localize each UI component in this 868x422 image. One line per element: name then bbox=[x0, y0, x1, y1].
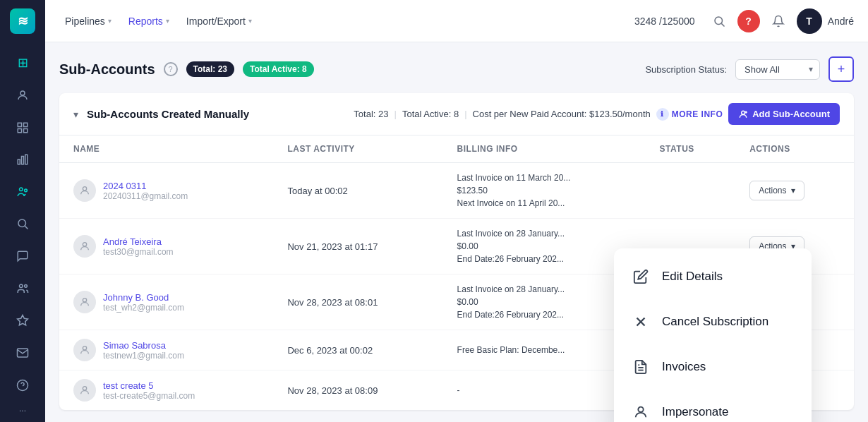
user-avatar[interactable]: T bbox=[797, 8, 822, 34]
main-content: Pipelines ▾ Reports ▾ Import/Export ▾ 32… bbox=[45, 0, 868, 422]
account-name[interactable]: Simao Sabrosa bbox=[103, 340, 184, 351]
credits-display: 3248 /125000 bbox=[634, 16, 695, 27]
col-name: Name bbox=[59, 135, 273, 163]
sidebar-item-dashboard[interactable]: ⊞ bbox=[8, 49, 37, 78]
account-avatar bbox=[73, 235, 96, 258]
add-subaccount-button[interactable]: Add Sub-Account bbox=[728, 103, 840, 125]
svg-point-9 bbox=[25, 189, 28, 192]
edit-details-label: Edit Details bbox=[662, 270, 723, 284]
cancel-icon bbox=[631, 312, 651, 332]
dropdown-cancel-subscription[interactable]: Cancel Subscription bbox=[614, 299, 812, 344]
svg-point-12 bbox=[20, 284, 23, 288]
account-cell: test create 5 test-create5@gmail.com bbox=[73, 379, 259, 402]
col-billing: Billing Info bbox=[443, 135, 646, 163]
account-cell: André Teixeira test30@gmail.com bbox=[73, 235, 259, 258]
svg-point-23 bbox=[83, 243, 86, 246]
cell-name: Johnny B. Good test_wh2@gmail.com bbox=[59, 275, 273, 330]
dropdown-impersonate[interactable]: Impersonate bbox=[614, 390, 812, 422]
account-name[interactable]: test create 5 bbox=[103, 380, 195, 391]
subaccounts-table-card: ▾ Sub-Accounts Created Manually Total: 2… bbox=[59, 93, 854, 410]
cell-last-activity: Nov 28, 2023 at 08:09 bbox=[273, 370, 442, 411]
sidebar-item-chat[interactable] bbox=[8, 242, 37, 270]
sidebar-item-message[interactable] bbox=[8, 339, 37, 367]
actions-dropdown-popup: Edit Details Cancel Subscription Invoice… bbox=[614, 248, 812, 422]
section-meta: Total: 23 | Total Active: 8 | Cost per N… bbox=[354, 103, 840, 125]
svg-marker-14 bbox=[18, 315, 28, 325]
dropdown-invoices[interactable]: Invoices bbox=[614, 344, 812, 390]
svg-line-18 bbox=[721, 23, 724, 26]
account-email: 20240311@gmail.com bbox=[103, 191, 188, 201]
col-actions: Actions bbox=[735, 135, 854, 163]
total-badge: Total: 23 bbox=[186, 61, 234, 77]
add-plus-button[interactable]: + bbox=[828, 56, 854, 82]
cancel-subscription-label: Cancel Subscription bbox=[662, 315, 768, 329]
meta-divider-2: | bbox=[464, 109, 466, 119]
account-email: testnew1@gmail.com bbox=[103, 351, 184, 361]
svg-rect-6 bbox=[22, 157, 24, 164]
account-cell: Simao Sabrosa testnew1@gmail.com bbox=[73, 339, 259, 361]
account-avatar bbox=[73, 339, 96, 361]
sidebar-item-search[interactable] bbox=[8, 210, 37, 239]
subscription-select[interactable]: Show All Active Inactive bbox=[735, 59, 820, 80]
reports-chevron-icon: ▾ bbox=[166, 17, 169, 25]
account-cell: 2024 0311 20240311@gmail.com bbox=[73, 179, 259, 202]
svg-point-31 bbox=[638, 407, 643, 412]
account-name[interactable]: Johnny B. Good bbox=[103, 292, 184, 303]
cell-last-activity: Today at 00:02 bbox=[273, 163, 442, 219]
svg-point-24 bbox=[83, 299, 86, 302]
billing-info: Last Invoice on 11 March 20...$123.50Nex… bbox=[457, 171, 632, 210]
svg-line-11 bbox=[25, 227, 28, 229]
section-collapse-icon[interactable]: ▾ bbox=[73, 109, 78, 120]
billing-info: Last Invoice on 28 January...$0.00End Da… bbox=[457, 283, 632, 321]
help-button[interactable]: ? bbox=[737, 10, 760, 32]
info-circle-icon: ℹ bbox=[656, 108, 669, 121]
dropdown-edit-details[interactable]: Edit Details bbox=[614, 254, 812, 299]
sidebar-item-team[interactable] bbox=[8, 275, 37, 303]
sidebar-more[interactable]: ... bbox=[19, 404, 26, 414]
impersonate-icon bbox=[631, 402, 651, 422]
cell-actions: Actions ▾ bbox=[735, 163, 854, 219]
svg-rect-7 bbox=[25, 155, 28, 164]
section-header: ▾ Sub-Accounts Created Manually Total: 2… bbox=[59, 93, 854, 135]
account-cell: Johnny B. Good test_wh2@gmail.com bbox=[73, 291, 259, 313]
nav-import-export[interactable]: Import/Export ▾ bbox=[181, 11, 258, 31]
sidebar-item-subaccounts[interactable] bbox=[8, 178, 37, 206]
svg-point-10 bbox=[18, 219, 26, 227]
subscription-filter[interactable]: Show All Active Inactive bbox=[735, 59, 820, 80]
svg-point-25 bbox=[83, 346, 86, 350]
sidebar-item-list[interactable] bbox=[8, 114, 37, 142]
col-last-activity: Last Activity bbox=[273, 135, 442, 163]
subscription-status-label: Subscription Status: bbox=[645, 64, 727, 75]
sidebar-item-help[interactable] bbox=[8, 371, 37, 399]
username-label: André bbox=[828, 16, 854, 27]
svg-point-13 bbox=[25, 284, 28, 287]
cell-name: André Teixeira test30@gmail.com bbox=[59, 219, 273, 275]
sidebar-item-star[interactable] bbox=[8, 306, 37, 334]
impersonate-label: Impersonate bbox=[662, 405, 729, 419]
svg-point-17 bbox=[715, 17, 723, 25]
sidebar: ≋ ⊞ ... bbox=[0, 0, 45, 422]
invoices-label: Invoices bbox=[662, 360, 706, 374]
actions-button[interactable]: Actions ▾ bbox=[749, 181, 804, 200]
account-name[interactable]: André Teixeira bbox=[103, 236, 174, 247]
col-status: Status bbox=[646, 135, 736, 163]
import-export-chevron-icon: ▾ bbox=[248, 17, 252, 25]
app-logo[interactable]: ≋ bbox=[10, 8, 35, 34]
nav-pipelines[interactable]: Pipelines ▾ bbox=[59, 11, 117, 31]
more-info-button[interactable]: ℹ MORE INFO bbox=[656, 108, 723, 121]
cell-last-activity: Nov 21, 2023 at 01:17 bbox=[273, 219, 442, 275]
search-button[interactable] bbox=[706, 8, 732, 34]
notifications-button[interactable] bbox=[766, 8, 791, 34]
sidebar-item-chart[interactable] bbox=[8, 145, 37, 174]
sidebar-item-contacts[interactable] bbox=[8, 81, 37, 109]
svg-point-19 bbox=[742, 111, 745, 114]
account-email: test-create5@gmail.com bbox=[103, 391, 195, 401]
svg-point-8 bbox=[20, 188, 23, 191]
billing-info: - bbox=[457, 384, 632, 397]
subaccounts-help-icon[interactable]: ? bbox=[164, 62, 178, 76]
account-name[interactable]: 2024 0311 bbox=[103, 181, 188, 191]
subaccounts-header: Sub-Accounts ? Total: 23 Total Active: 8… bbox=[59, 56, 854, 82]
svg-point-0 bbox=[20, 91, 25, 95]
nav-reports[interactable]: Reports ▾ bbox=[123, 11, 175, 31]
meta-divider-1: | bbox=[394, 109, 397, 119]
